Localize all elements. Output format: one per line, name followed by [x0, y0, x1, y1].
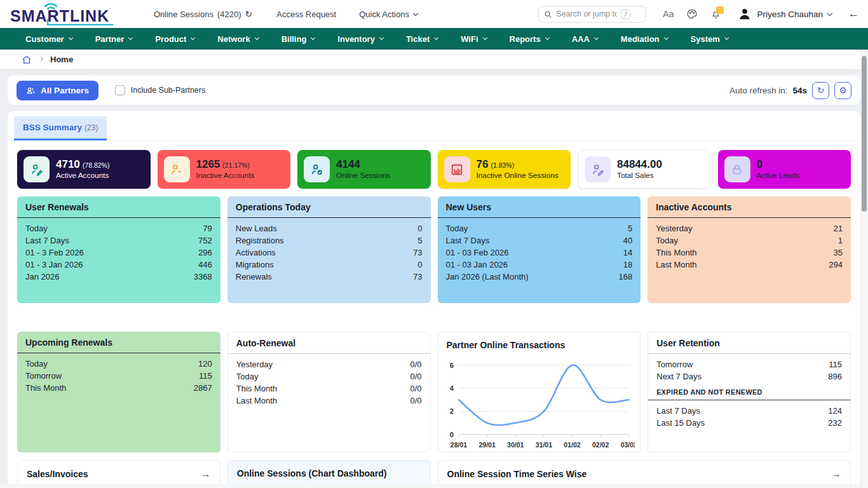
row-value: 120 [198, 358, 212, 370]
panel-inactive-accounts: Inactive Accounts Yesterday21 Today1 Thi… [648, 196, 851, 303]
nav-billing[interactable]: Billing [281, 34, 315, 44]
row-label: Renewals [236, 271, 272, 283]
row-value: 14 [623, 247, 632, 259]
row-value: 0/0 [410, 395, 421, 407]
tab-bss-summary[interactable]: BSS Summary(23) [14, 116, 107, 140]
row-label: Registrations [236, 234, 284, 247]
row-value: 124 [828, 405, 842, 417]
stat-active-leads[interactable]: 0Active Leads [718, 150, 851, 189]
partner-online-transactions-chart: 024628/0129/0130/0131/0101/0202/0203/02 [438, 355, 641, 452]
global-search[interactable]: / [538, 6, 646, 23]
row-label: This Month [656, 247, 696, 259]
nav-partner[interactable]: Partner [95, 34, 133, 44]
svg-text:29/01: 29/01 [478, 442, 495, 449]
user-minus-icon [170, 163, 184, 177]
row-label: Today [25, 358, 48, 370]
svg-text:0: 0 [449, 431, 453, 438]
row-label: 01 - 3 Jan 2026 [25, 259, 83, 271]
nav-reports[interactable]: Reports [510, 34, 549, 44]
svg-text:28/01: 28/01 [450, 442, 466, 449]
stat-inactive-online-sessions[interactable]: 76(1.83%)Inactive Online Sessions [438, 150, 571, 189]
nav-customer[interactable]: Customer [25, 34, 72, 44]
logo-underline [47, 24, 113, 25]
chevron-down-icon [483, 36, 487, 40]
font-size-toggle[interactable]: Aa [663, 9, 674, 19]
back-arrow-button[interactable]: ← [848, 8, 859, 20]
notifications-button[interactable] [710, 9, 721, 20]
svg-text:4: 4 [449, 384, 453, 392]
home-icon[interactable] [22, 55, 32, 65]
nav-system[interactable]: System [691, 34, 728, 44]
breadcrumb-home[interactable]: Home [50, 55, 73, 64]
arrow-right-icon[interactable]: → [201, 468, 211, 480]
row-value: 5 [417, 234, 422, 247]
panel-title: Online Sessions (Chart Dashboard) [237, 468, 387, 478]
online-sessions-counter[interactable]: Online Sessions (4220) ↻ [154, 9, 252, 19]
stat-inactive-accounts[interactable]: 1265(21.17%)Inactive Accounts [158, 150, 291, 189]
stat-label: Active Accounts [56, 172, 109, 180]
chevron-down-icon [191, 36, 195, 40]
nav-mediation[interactable]: Mediation [621, 34, 668, 44]
row-label: Jan 2026 [25, 271, 60, 283]
table-row: 01 - 03 Jan 202618 [446, 259, 633, 271]
filter-toolbar: All Partners Include Sub-Partners Auto r… [8, 76, 860, 105]
refresh-icon[interactable]: ↻ [245, 9, 253, 19]
svg-text:31/01: 31/01 [535, 442, 552, 449]
nav-label: Customer [25, 34, 64, 44]
tile [585, 156, 611, 182]
stat-label: Inactive Online Sessions [477, 172, 559, 180]
search-input[interactable] [556, 10, 617, 18]
lock-icon [730, 163, 744, 177]
stat-percent: (78.82%) [83, 161, 110, 169]
panel-row-2: Upcoming Renewals Today120 Tomorrow115 T… [17, 332, 851, 452]
row-label: Tomorrow [25, 370, 62, 382]
stat-online-sessions[interactable]: 4144Online Sessions [297, 150, 431, 189]
svg-text:03/02: 03/02 [620, 442, 635, 449]
table-row: Tomorrow115 [656, 358, 842, 370]
panel-title: Operations Today [227, 196, 431, 218]
row-value: 232 [828, 417, 842, 429]
nav-ticket[interactable]: Ticket [406, 34, 438, 44]
row-label: 01 - 3 Feb 2026 [25, 247, 84, 259]
panel-operations-today: Operations Today New Leads0 Registration… [227, 196, 431, 303]
row-label: Last 7 Days [446, 234, 490, 247]
nav-network[interactable]: Network [217, 34, 258, 44]
checkbox-label: Include Sub-Partners [131, 86, 205, 95]
stat-total-sales[interactable]: 84844.00Total Sales [578, 150, 711, 189]
nav-aaa[interactable]: AAA [572, 34, 598, 44]
arrow-right-icon[interactable]: → [831, 468, 841, 480]
quick-actions-menu[interactable]: Quick Actions [359, 10, 417, 19]
main-navbar: Customer Partner Product Network Billing… [0, 28, 868, 50]
checkbox-box[interactable] [115, 85, 125, 95]
access-request-link[interactable]: Access Request [276, 10, 336, 19]
table-row: Renewals73 [236, 271, 423, 283]
tab-count: (23) [85, 123, 98, 132]
svg-text:02/02: 02/02 [592, 442, 609, 449]
nav-label: Inventory [337, 34, 375, 44]
include-sub-partners-checkbox[interactable]: Include Sub-Partners [115, 85, 205, 95]
horizontal-scrollbar-track [0, 484, 860, 488]
panel-row-1: User Renewals Today79 Last 7 Days752 01 … [17, 196, 851, 303]
nav-inventory[interactable]: Inventory [337, 34, 383, 44]
table-row: Last 15 Days232 [656, 417, 842, 429]
row-label: Last 15 Days [656, 417, 705, 429]
all-partners-button[interactable]: All Partners [17, 81, 98, 100]
row-value: 1 [838, 234, 843, 247]
vertical-scrollbar[interactable] [862, 56, 867, 212]
table-row: Today0/0 [236, 370, 422, 383]
nav-wifi[interactable]: WiFi [461, 34, 486, 44]
table-row: Last 7 Days752 [25, 234, 212, 247]
stat-active-accounts[interactable]: 4710(78.82%)Active Accounts [17, 150, 151, 189]
nav-label: Billing [281, 34, 307, 44]
top-header: SMARTLINK Online Sessions (4220) ↻ Acces… [0, 0, 868, 28]
nav-product[interactable]: Product [155, 34, 194, 44]
dashboard-settings-button[interactable]: ⚙ [834, 82, 851, 99]
row-label: Jan 2026 (Last Month) [446, 271, 529, 283]
refresh-now-button[interactable]: ↻ [812, 82, 829, 99]
user-menu[interactable]: Priyesh Chauhan [738, 7, 832, 21]
row-value: 115 [829, 358, 842, 370]
theme-palette-button[interactable] [686, 8, 698, 20]
logo-stem [47, 19, 48, 25]
smartlink-logo[interactable]: SMARTLINK [9, 1, 118, 27]
table-row: Yesterday0/0 [236, 358, 422, 370]
